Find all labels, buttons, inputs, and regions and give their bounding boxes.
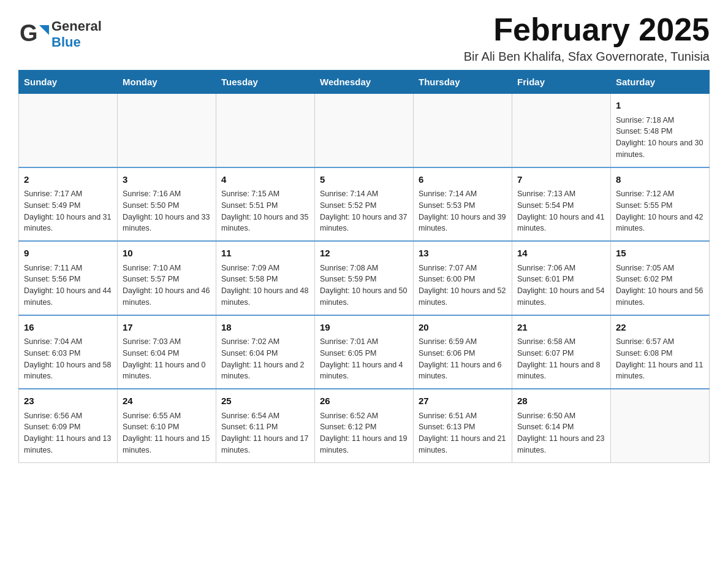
calendar-day-cell [19,94,118,167]
day-info: Sunrise: 7:11 AMSunset: 5:56 PMDaylight:… [24,262,112,308]
day-number: 14 [517,247,605,261]
day-info: Sunrise: 7:02 AMSunset: 6:04 PMDaylight:… [221,336,309,382]
col-wednesday: Wednesday [315,71,414,94]
day-info: Sunrise: 7:09 AMSunset: 5:58 PMDaylight:… [221,262,309,308]
col-thursday: Thursday [414,71,512,94]
day-info: Sunrise: 7:14 AMSunset: 5:52 PMDaylight:… [320,188,408,234]
day-number: 19 [320,321,408,335]
day-number: 18 [221,321,309,335]
day-number: 24 [123,394,211,408]
calendar-day-cell: 23Sunrise: 6:56 AMSunset: 6:09 PMDayligh… [19,389,118,462]
calendar-day-cell [315,94,414,167]
day-info: Sunrise: 7:13 AMSunset: 5:54 PMDaylight:… [517,188,605,234]
month-title: February 2025 [464,12,710,47]
day-info: Sunrise: 6:52 AMSunset: 6:12 PMDaylight:… [320,410,408,456]
day-number: 4 [221,173,309,187]
day-info: Sunrise: 7:01 AMSunset: 6:05 PMDaylight:… [320,336,408,382]
day-info: Sunrise: 7:06 AMSunset: 6:01 PMDaylight:… [517,262,605,308]
calendar-day-cell: 3Sunrise: 7:16 AMSunset: 5:50 PMDaylight… [118,167,216,242]
day-info: Sunrise: 6:54 AMSunset: 6:11 PMDaylight:… [221,410,309,456]
day-info: Sunrise: 7:18 AMSunset: 5:48 PMDaylight:… [616,115,704,161]
day-number: 22 [616,321,704,335]
day-number: 27 [419,394,507,408]
day-number: 26 [320,394,408,408]
calendar-day-cell: 17Sunrise: 7:03 AMSunset: 6:04 PMDayligh… [118,315,216,389]
day-info: Sunrise: 6:57 AMSunset: 6:08 PMDaylight:… [616,336,704,382]
calendar-day-cell: 10Sunrise: 7:10 AMSunset: 5:57 PMDayligh… [118,241,216,315]
calendar-day-cell: 26Sunrise: 6:52 AMSunset: 6:12 PMDayligh… [315,389,414,462]
calendar-day-cell: 25Sunrise: 6:54 AMSunset: 6:11 PMDayligh… [216,389,315,462]
day-number: 5 [320,173,408,187]
calendar-week-row: 23Sunrise: 6:56 AMSunset: 6:09 PMDayligh… [19,389,710,462]
calendar-day-cell: 22Sunrise: 6:57 AMSunset: 6:08 PMDayligh… [611,315,710,389]
calendar-body: 1Sunrise: 7:18 AMSunset: 5:48 PMDaylight… [19,94,710,463]
calendar-day-cell: 13Sunrise: 7:07 AMSunset: 6:00 PMDayligh… [414,241,512,315]
day-number: 15 [616,247,704,261]
logo: G General Blue [18,18,102,50]
day-number: 7 [517,173,605,187]
day-number: 10 [123,247,211,261]
calendar-day-cell: 4Sunrise: 7:15 AMSunset: 5:51 PMDaylight… [216,167,315,242]
calendar-day-cell [118,94,216,167]
day-number: 6 [419,173,507,187]
day-info: Sunrise: 7:05 AMSunset: 6:02 PMDaylight:… [616,262,704,308]
svg-text:G: G [20,20,38,46]
logo-blue: Blue [51,34,102,50]
calendar-day-cell [216,94,315,167]
day-info: Sunrise: 7:04 AMSunset: 6:03 PMDaylight:… [24,336,112,382]
calendar-day-cell: 12Sunrise: 7:08 AMSunset: 5:59 PMDayligh… [315,241,414,315]
calendar-day-cell: 1Sunrise: 7:18 AMSunset: 5:48 PMDaylight… [611,94,710,167]
col-saturday: Saturday [611,71,710,94]
day-info: Sunrise: 7:03 AMSunset: 6:04 PMDaylight:… [123,336,211,382]
day-number: 23 [24,394,112,408]
calendar-week-row: 16Sunrise: 7:04 AMSunset: 6:03 PMDayligh… [19,315,710,389]
calendar-day-cell: 15Sunrise: 7:05 AMSunset: 6:02 PMDayligh… [611,241,710,315]
day-info: Sunrise: 7:15 AMSunset: 5:51 PMDaylight:… [221,188,309,234]
calendar-day-cell: 8Sunrise: 7:12 AMSunset: 5:55 PMDaylight… [611,167,710,242]
calendar-day-cell: 16Sunrise: 7:04 AMSunset: 6:03 PMDayligh… [19,315,118,389]
col-monday: Monday [118,71,216,94]
day-number: 17 [123,321,211,335]
calendar-table: Sunday Monday Tuesday Wednesday Thursday… [18,70,710,463]
calendar-day-cell: 6Sunrise: 7:14 AMSunset: 5:53 PMDaylight… [414,167,512,242]
logo-general: General [51,18,102,34]
calendar-day-cell [611,389,710,462]
calendar-day-cell: 28Sunrise: 6:50 AMSunset: 6:14 PMDayligh… [512,389,611,462]
day-info: Sunrise: 6:51 AMSunset: 6:13 PMDaylight:… [419,410,507,456]
calendar-week-row: 2Sunrise: 7:17 AMSunset: 5:49 PMDaylight… [19,167,710,242]
calendar-day-cell: 24Sunrise: 6:55 AMSunset: 6:10 PMDayligh… [118,389,216,462]
page-header: G General Blue February 2025 Bir Ali Ben… [18,12,710,64]
day-number: 9 [24,247,112,261]
day-info: Sunrise: 7:16 AMSunset: 5:50 PMDaylight:… [123,188,211,234]
day-info: Sunrise: 7:07 AMSunset: 6:00 PMDaylight:… [419,262,507,308]
day-info: Sunrise: 6:58 AMSunset: 6:07 PMDaylight:… [517,336,605,382]
calendar-day-cell: 27Sunrise: 6:51 AMSunset: 6:13 PMDayligh… [414,389,512,462]
calendar-week-row: 9Sunrise: 7:11 AMSunset: 5:56 PMDaylight… [19,241,710,315]
calendar-day-cell [512,94,611,167]
calendar-day-cell: 2Sunrise: 7:17 AMSunset: 5:49 PMDaylight… [19,167,118,242]
weekday-header-row: Sunday Monday Tuesday Wednesday Thursday… [19,71,710,94]
calendar-week-row: 1Sunrise: 7:18 AMSunset: 5:48 PMDaylight… [19,94,710,167]
calendar-day-cell: 9Sunrise: 7:11 AMSunset: 5:56 PMDaylight… [19,241,118,315]
day-number: 25 [221,394,309,408]
day-number: 13 [419,247,507,261]
svg-marker-1 [39,25,49,35]
day-info: Sunrise: 7:08 AMSunset: 5:59 PMDaylight:… [320,262,408,308]
day-info: Sunrise: 7:17 AMSunset: 5:49 PMDaylight:… [24,188,112,234]
col-tuesday: Tuesday [216,71,315,94]
day-number: 20 [419,321,507,335]
day-number: 28 [517,394,605,408]
day-info: Sunrise: 6:55 AMSunset: 6:10 PMDaylight:… [123,410,211,456]
day-info: Sunrise: 7:12 AMSunset: 5:55 PMDaylight:… [616,188,704,234]
day-number: 2 [24,173,112,187]
calendar-day-cell: 5Sunrise: 7:14 AMSunset: 5:52 PMDaylight… [315,167,414,242]
col-friday: Friday [512,71,611,94]
day-number: 11 [221,247,309,261]
logo-icon: G [18,19,49,50]
calendar-day-cell [414,94,512,167]
day-info: Sunrise: 7:14 AMSunset: 5:53 PMDaylight:… [419,188,507,234]
calendar-day-cell: 18Sunrise: 7:02 AMSunset: 6:04 PMDayligh… [216,315,315,389]
calendar-day-cell: 14Sunrise: 7:06 AMSunset: 6:01 PMDayligh… [512,241,611,315]
calendar-day-cell: 19Sunrise: 7:01 AMSunset: 6:05 PMDayligh… [315,315,414,389]
title-block: February 2025 Bir Ali Ben Khalifa, Sfax … [464,12,710,64]
